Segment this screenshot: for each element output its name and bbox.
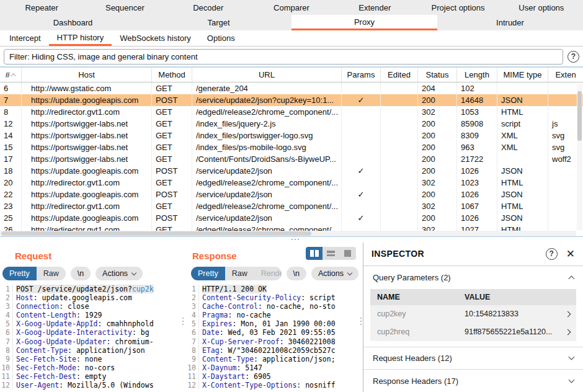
main-tab-intruder[interactable]: Intruder [437, 15, 583, 30]
col-header-url[interactable]: URL [192, 68, 342, 82]
section-request-headers[interactable]: Request Headers (12) [363, 347, 583, 370]
response-tab-render[interactable]: Render [254, 267, 282, 280]
query-param-row[interactable]: cup2key 10:1548213833 [370, 305, 576, 323]
request-tab-newline[interactable]: \n [71, 267, 91, 280]
table-row[interactable]: 8 http://redirector.gvt1.com GET /edgedl… [0, 106, 583, 118]
response-editor[interactable]: 1HTTP/1.1 200 OK 2Content-Security-Polic… [186, 285, 358, 390]
col-header-params[interactable]: Params [342, 68, 381, 82]
filter-help-icon[interactable]: ? [567, 51, 579, 63]
inspector-help-icon[interactable]: ? [546, 248, 558, 260]
table-horizontal-scrollbar[interactable] [0, 231, 576, 236]
code-line[interactable]: 5Expires: Mon, 01 Jan 1990 00:00 [186, 319, 358, 328]
cell-edited [381, 153, 418, 165]
code-line[interactable]: 8Content-Type: application/json [0, 346, 180, 355]
table-row[interactable]: 20 http://redirector.gvt1.com GET /edged… [0, 177, 583, 189]
cell-params [342, 130, 381, 141]
cell-url: /edgedl/release2/chrome_component/... [192, 106, 342, 118]
scrollbar-thumb[interactable] [1, 231, 311, 236]
main-tab-repeater[interactable]: Repeater [0, 0, 83, 15]
table-row[interactable]: 15 https://portswigger-labs.net GET /ind… [0, 141, 583, 153]
col-header-host[interactable]: Host [22, 68, 152, 82]
layout-columns-button[interactable] [306, 247, 323, 260]
request-tab-raw[interactable]: Raw [37, 267, 66, 280]
table-row[interactable]: 18 https://update.googleapis.com POST /s… [0, 165, 583, 177]
table-row[interactable]: 23 http://redirector.gvt1.com GET /edged… [0, 200, 583, 212]
layout-rows-button[interactable] [323, 247, 339, 260]
code-line[interactable]: 1HTTP/1.1 200 OK [186, 285, 358, 293]
code-line[interactable]: 2Host: update.googleapis.com [0, 293, 180, 302]
cell-host: https://portswigger-labs.net [22, 153, 152, 165]
code-line[interactable]: 12X-Content-Type-Options: nosniff [186, 381, 358, 390]
query-param-row[interactable]: cup2hreq 91ff875655221e5a1120... [370, 323, 576, 341]
code-line[interactable]: 9Content-Type: application/json; [186, 355, 358, 363]
code-line[interactable]: 9Sec-Fetch-Site: none [0, 355, 180, 363]
table-row[interactable]: 22 https://update.googleapis.com POST /s… [0, 189, 583, 200]
filter-description[interactable]: Filter: Hiding CSS, image and general bi… [4, 49, 563, 65]
layout-single-button[interactable] [339, 247, 356, 260]
col-header-edited[interactable]: Edited [381, 68, 418, 82]
cell-num: 12 [0, 118, 22, 130]
code-line[interactable]: 7X-Cup-Server-Proof: 30460221008 [186, 337, 358, 346]
tab-intercept[interactable]: Intercept [1, 30, 49, 46]
response-tab-pretty[interactable]: Pretty [191, 267, 225, 280]
code-line[interactable]: 3Connection: close [0, 302, 180, 311]
main-tab-dashboard[interactable]: Dashboard [0, 15, 146, 30]
code-line[interactable]: 4Pragma: no-cache [186, 311, 358, 319]
tab-websockets-history[interactable]: WebSockets history [112, 30, 199, 46]
table-row[interactable]: 14 https://portswigger-labs.net GET /ind… [0, 130, 583, 141]
main-tab-sequencer[interactable]: Sequencer [83, 0, 166, 15]
main-tab-comparer[interactable]: Comparer [250, 0, 333, 15]
table-row[interactable]: 25 https://update.googleapis.com POST /s… [0, 212, 583, 224]
code-line[interactable]: 3Cache-Control: no-cache, no-sto [186, 302, 358, 311]
horizontal-splitter[interactable] [0, 236, 583, 243]
cell-num: 7 [0, 94, 22, 106]
cell-params [342, 153, 381, 165]
cell-method: GET [152, 200, 192, 212]
table-row[interactable]: 17 https://portswigger-labs.net GET /Con… [0, 153, 583, 165]
inspector-close-icon[interactable]: ✕ [566, 249, 575, 259]
code-line[interactable]: 2Content-Security-Policy: script [186, 293, 358, 302]
request-editor[interactable]: 1POST /service/update2/json?cup2k 2Host:… [0, 285, 180, 390]
col-header-status[interactable]: Status [418, 68, 457, 82]
code-line[interactable]: 11X-Daystart: 6905 [186, 372, 358, 381]
main-tab-user-options[interactable]: User options [500, 0, 583, 15]
code-line[interactable]: 10Sec-Fetch-Mode: no-cors [0, 363, 180, 372]
main-tab-proxy[interactable]: Proxy [292, 15, 437, 30]
response-actions-button[interactable]: Actions [311, 267, 358, 280]
code-line[interactable]: 12User-Agent: Mozilla/5.0 (Windows [0, 381, 180, 390]
scrollbar-thumb[interactable] [577, 91, 582, 141]
table-row[interactable]: 12 https://portswigger-labs.net GET /ind… [0, 118, 583, 130]
table-row[interactable]: 6 http://www.gstatic.com GET /generate_2… [0, 82, 583, 94]
col-header-length[interactable]: Length [457, 68, 497, 82]
vertical-splitter[interactable] [358, 243, 363, 392]
section-response-headers[interactable]: Response Headers (17) [363, 370, 583, 392]
main-tab-extender[interactable]: Extender [333, 0, 416, 15]
main-tab-target[interactable]: Target [146, 15, 292, 30]
col-header-method[interactable]: Method [152, 68, 192, 82]
response-tab-raw[interactable]: Raw [225, 267, 254, 280]
code-line[interactable]: 10X-Daynum: 5147 [186, 363, 358, 372]
code-line[interactable]: 6X-Goog-Update-Interactivity: bg [0, 328, 180, 337]
request-actions-button[interactable]: Actions [96, 267, 143, 280]
main-tab-decoder[interactable]: Decoder [167, 0, 250, 15]
code-line[interactable]: 6Date: Wed, 03 Feb 2021 09:55:05 [186, 328, 358, 337]
request-tab-pretty[interactable]: Pretty [2, 267, 37, 280]
code-line[interactable]: 4Content-Length: 1929 [0, 311, 180, 319]
tab-http-history[interactable]: HTTP history [49, 30, 112, 46]
table-vertical-scrollbar[interactable] [577, 84, 582, 230]
col-header-mime[interactable]: MIME type [497, 68, 548, 82]
col-header-num[interactable]: # [0, 68, 22, 82]
response-tab-newline[interactable]: \n [287, 267, 306, 280]
code-line[interactable]: 8ETag: W/"30460221008c2059cb527c [186, 346, 358, 355]
code-line[interactable]: 7X-Goog-Update-Updater: chromium- [0, 337, 180, 346]
code-line[interactable]: 11Sec-Fetch-Dest: empty [0, 372, 180, 381]
col-header-extension[interactable]: Exten [548, 68, 583, 82]
main-tab-project-options[interactable]: Project options [416, 0, 499, 15]
table-row-selected[interactable]: 7 https://update.googleapis.com POST /se… [0, 94, 583, 106]
tab-options[interactable]: Options [199, 30, 243, 46]
vertical-splitter[interactable] [180, 243, 186, 392]
code-line[interactable]: 5X-Goog-Update-AppId: cmahhnphold [0, 319, 180, 328]
code-line[interactable]: 1POST /service/update2/json?cup2k [0, 285, 180, 293]
section-query-parameters[interactable]: Query Parameters (2) [363, 266, 583, 289]
cell-url: /index_files/portswigger-logo.svg [192, 130, 342, 141]
